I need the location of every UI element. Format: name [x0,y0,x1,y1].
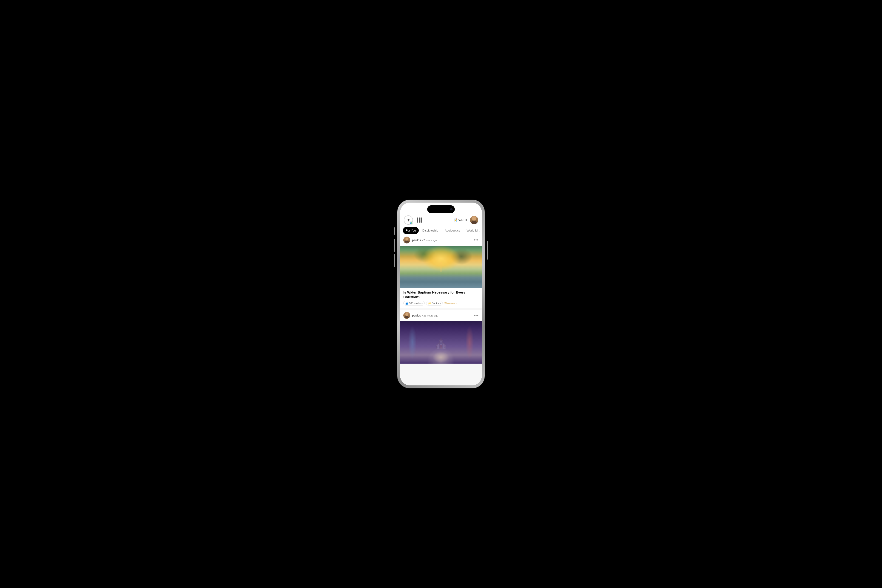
post-card: paulos • 7 hours ago ••• Is Water Baptis… [400,234,482,308]
user-avatar[interactable] [470,216,478,224]
content-feed[interactable]: paulos • 7 hours ago ••• Is Water Baptis… [400,234,482,386]
cross-icon: ✝ [407,218,410,222]
post-meta: paulos • 7 hours ago [412,238,474,242]
app-logo[interactable]: ✝ 🌍 [404,216,413,225]
write-button[interactable]: 📝 WRITE [453,218,468,222]
post-meta: paulos • 21 hours ago [412,313,474,317]
logo-badge: 🌍 [410,221,413,225]
readers-count: 365 readers [409,302,423,304]
readers-tag: 👥 365 readers [404,301,425,306]
post-content: Is Water Baptism Necessary for Every Chr… [400,288,482,308]
post-image [400,246,482,288]
cathedral-scene-image [400,321,482,364]
post-header: paulos • 7 hours ago ••• [400,234,482,246]
grid-icon [417,218,422,223]
post-more-button[interactable]: ••• [474,238,478,243]
post-author-name[interactable]: paulos [412,314,421,317]
baptism-scene-image [400,246,482,288]
volume-up-button[interactable] [394,239,395,252]
post-author-avatar[interactable] [404,237,410,243]
dynamic-island [427,206,455,213]
post-tags: 👥 365 readers 📁 Baptism Show more [404,301,478,306]
readers-icon: 👥 [405,302,408,304]
post-author-name[interactable]: paulos [412,238,421,242]
tab-bar: For You Discipleship Apologetics World M… [400,227,482,234]
mute-button[interactable] [394,227,395,235]
post-title[interactable]: Is Water Baptism Necessary for Every Chr… [404,290,478,299]
app-screen: ✝ 🌍 📝 WRITE [400,202,482,386]
post-timestamp: • 7 hours ago [422,239,437,242]
post-author-avatar[interactable] [404,312,410,319]
show-more-button[interactable]: Show more [444,302,457,304]
power-button[interactable] [487,241,488,260]
tab-apologetics[interactable]: Apologetics [442,227,463,234]
category-label: Baptism [432,302,441,304]
tab-world-missions[interactable]: World M... [464,227,482,234]
post-image [400,321,482,364]
post-timestamp: • 21 hours ago [422,314,438,317]
post-more-button[interactable]: ••• [474,313,478,318]
category-icon: 📁 [428,302,431,304]
phone-frame: ✝ 🌍 📝 WRITE [398,200,484,388]
tab-discipleship[interactable]: Discipleship [420,227,441,234]
front-camera [450,208,453,210]
volume-down-button[interactable] [394,254,395,267]
post-card: paulos • 21 hours ago ••• [400,310,482,364]
post-header: paulos • 21 hours ago ••• [400,310,482,321]
category-tag[interactable]: 📁 Baptism [426,301,443,306]
grid-menu-button[interactable] [416,216,423,224]
write-label: WRITE [459,218,468,222]
phone-screen: ✝ 🌍 📝 WRITE [400,202,482,386]
write-icon: 📝 [453,218,457,222]
tab-for-you[interactable]: For You [403,227,419,234]
